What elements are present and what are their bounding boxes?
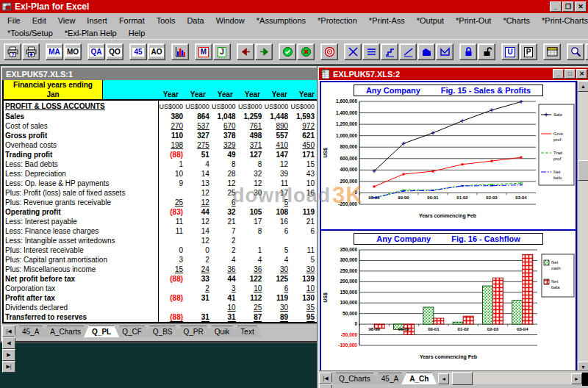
cell[interactable]: 119 — [264, 293, 290, 303]
cell[interactable]: 329 — [212, 140, 238, 150]
menu-charts[interactable]: *Charts — [497, 16, 536, 25]
cell[interactable] — [159, 303, 185, 312]
row-label[interactable]: Plus: Interest receivable — [4, 245, 159, 255]
cell[interactable]: 28 — [212, 169, 238, 179]
cell[interactable]: 105 — [238, 207, 265, 217]
u-button[interactable]: U — [501, 43, 519, 60]
cell[interactable]: 864 — [185, 112, 212, 121]
sheet-tab-q_pl[interactable]: Q_PL — [84, 326, 119, 337]
cell[interactable]: 41 — [212, 293, 238, 303]
cell[interactable]: 21 — [290, 217, 317, 226]
45-button[interactable]: 45 — [129, 43, 147, 60]
cell[interactable] — [159, 236, 185, 245]
lock-closed-icon[interactable] — [459, 43, 477, 60]
cell[interactable]: 1 — [238, 245, 265, 255]
cell[interactable]: 380 — [159, 112, 185, 121]
chart1-plot[interactable]: -200,0000200,000400,000600,000800,0001,0… — [321, 97, 576, 223]
menu-format[interactable]: Format — [113, 16, 151, 25]
cell[interactable] — [290, 198, 317, 207]
print-send-icon[interactable] — [22, 43, 40, 60]
cell[interactable]: 30 — [264, 303, 290, 312]
row-label[interactable]: Less: Op. lease & HP payments — [4, 179, 159, 188]
chart-columns-icon[interactable] — [171, 43, 189, 60]
cell[interactable]: 1 — [159, 159, 185, 169]
cell[interactable]: 0 — [159, 245, 185, 255]
sheet-tab-quik[interactable]: Quik — [207, 326, 238, 337]
close-button[interactable]: ✕ — [575, 1, 587, 12]
cell[interactable]: 110 — [159, 131, 185, 140]
row-label[interactable]: Operating profit — [4, 207, 159, 217]
cell[interactable]: 16 — [290, 188, 317, 198]
cell[interactable]: 12 — [264, 159, 290, 169]
cell[interactable]: 537 — [185, 121, 212, 131]
lock-open-icon[interactable] — [478, 43, 495, 60]
cell[interactable]: 11 — [264, 179, 290, 188]
cell[interactable]: 1,593 — [290, 112, 317, 121]
monthly-output-button[interactable]: MO — [64, 43, 82, 60]
menu-help[interactable]: Help — [123, 29, 151, 37]
tab-prev-button[interactable]: ◀ — [2, 337, 15, 349]
cell[interactable]: 3 — [159, 255, 185, 265]
cell[interactable]: 43 — [290, 169, 317, 179]
cell[interactable]: (88) — [159, 274, 185, 284]
menu-view[interactable]: View — [52, 16, 82, 25]
cell[interactable]: 31 — [212, 312, 238, 322]
sales-profits-chart[interactable]: Any Company Fig. 15 - Sales & Profits -2… — [321, 85, 576, 231]
cell[interactable]: 11 — [159, 226, 185, 236]
cancel-icon[interactable] — [297, 43, 315, 60]
app-titlebar[interactable]: Exl-Plan for Excel _ ❐ ✕ — [0, 0, 588, 13]
menu-insert[interactable]: Insert — [81, 16, 113, 25]
cell[interactable]: 44 — [185, 207, 212, 217]
sheet-tab-q_bs[interactable]: Q_BS — [145, 326, 181, 337]
cell[interactable]: 122 — [238, 274, 265, 284]
row-label[interactable]: Plus: Revenue grants receivable — [4, 198, 159, 207]
financial-years-cell[interactable]: Financial years ending Jan — [4, 80, 103, 99]
horizontal-scroll-track[interactable] — [473, 373, 571, 384]
cell[interactable]: 621 — [290, 131, 317, 140]
cell[interactable]: 30 — [264, 265, 290, 274]
row-label[interactable]: Sales — [4, 112, 159, 121]
cell[interactable]: 36 — [238, 265, 265, 274]
menu-printass[interactable]: *Print-Ass — [363, 16, 411, 25]
cell[interactable]: 10 — [238, 284, 265, 293]
cell[interactable]: 4 — [185, 159, 212, 169]
cell[interactable]: 10 — [290, 284, 317, 293]
cell[interactable]: 275 — [185, 140, 212, 150]
menu-output[interactable]: *Output — [411, 16, 450, 25]
cell[interactable]: 6 — [290, 226, 317, 236]
cell[interactable]: 5 — [290, 255, 317, 265]
cell[interactable] — [238, 198, 265, 207]
cell[interactable]: 25 — [238, 303, 265, 312]
cell[interactable]: 5 — [264, 245, 290, 255]
cell[interactable]: 21 — [212, 217, 238, 226]
menu-file[interactable]: File — [1, 16, 26, 25]
cell[interactable]: 15 — [159, 265, 185, 274]
cell[interactable]: 890 — [264, 121, 290, 131]
menu-printcharts[interactable]: *Print-Charts — [536, 16, 588, 25]
cell[interactable]: 130 — [290, 293, 317, 303]
cell[interactable] — [185, 303, 212, 312]
cell[interactable]: 498 — [238, 131, 265, 140]
cell[interactable]: 139 — [290, 274, 317, 284]
menu-window[interactable]: Window — [210, 16, 251, 25]
cell[interactable]: 1,048 — [212, 112, 238, 121]
cell[interactable]: 0 — [185, 245, 212, 255]
menu-data[interactable]: Data — [181, 16, 209, 25]
row-label[interactable]: Plus: Miscellaneous income — [4, 265, 159, 274]
tab-prev-button[interactable]: ◀ — [319, 384, 332, 388]
monthly-assumptions-button[interactable]: MA — [46, 43, 63, 60]
row-label[interactable]: Overhead costs — [4, 140, 159, 150]
cell[interactable]: 112 — [238, 293, 265, 303]
vertical-scrollbar[interactable]: ▲ ▼ — [577, 81, 588, 373]
year-header-cell[interactable]: Year — [181, 90, 208, 99]
menu-toolssetup[interactable]: *Tools/Setup — [1, 29, 59, 37]
chart-poly-icon[interactable] — [436, 43, 453, 60]
cell[interactable]: 8 — [238, 226, 265, 236]
sheet-tab-q_cf[interactable]: Q_CF — [114, 326, 150, 337]
cell[interactable]: 270 — [159, 121, 185, 131]
cell[interactable]: 8 — [238, 159, 265, 169]
cell[interactable]: 89 — [264, 312, 290, 322]
cell[interactable]: 51 — [185, 150, 212, 159]
cell[interactable]: (88) — [159, 312, 185, 322]
print-preview-icon[interactable]: ? — [4, 43, 21, 60]
